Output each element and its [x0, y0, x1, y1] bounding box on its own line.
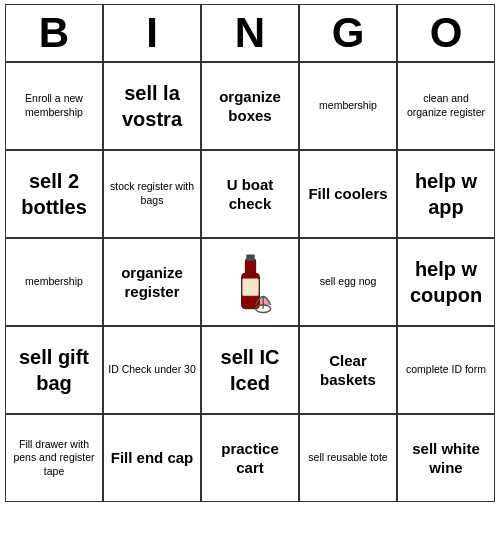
- svg-rect-1: [245, 259, 255, 276]
- bingo-cell-2-1: organize register: [103, 238, 201, 326]
- bingo-cell-0-4: clean and organize register: [397, 62, 495, 150]
- svg-rect-3: [242, 278, 258, 295]
- bingo-cell-1-1: stock register with bags: [103, 150, 201, 238]
- bingo-cell-3-0: sell gift bag: [5, 326, 103, 414]
- bingo-cell-1-0: sell 2 bottles: [5, 150, 103, 238]
- bingo-cell-2-2: [201, 238, 299, 326]
- bingo-letter-o: O: [397, 4, 495, 62]
- bingo-cell-3-3: Clear baskets: [299, 326, 397, 414]
- bingo-cell-4-0: Fill drawer with pens and register tape: [5, 414, 103, 502]
- bingo-letter-g: G: [299, 4, 397, 62]
- bingo-card: BINGO Enroll a new membershipsell la vos…: [5, 4, 495, 502]
- bingo-cell-0-3: membership: [299, 62, 397, 150]
- bingo-cell-1-4: help w app: [397, 150, 495, 238]
- bingo-cell-0-1: sell la vostra: [103, 62, 201, 150]
- bingo-cell-3-1: ID Check under 30: [103, 326, 201, 414]
- bingo-cell-4-1: Fill end cap: [103, 414, 201, 502]
- bingo-cell-1-2: U boat check: [201, 150, 299, 238]
- bingo-cell-3-2: sell IC Iced: [201, 326, 299, 414]
- svg-rect-2: [246, 254, 254, 261]
- bingo-cell-1-3: Fill coolers: [299, 150, 397, 238]
- bingo-header: BINGO: [5, 4, 495, 62]
- bingo-grid: Enroll a new membershipsell la vostraorg…: [5, 62, 495, 502]
- bingo-letter-n: N: [201, 4, 299, 62]
- bingo-cell-4-4: sell white wine: [397, 414, 495, 502]
- bingo-letter-i: I: [103, 4, 201, 62]
- bingo-cell-3-4: complete ID form: [397, 326, 495, 414]
- bingo-cell-0-2: organize boxes: [201, 62, 299, 150]
- bingo-cell-4-2: practice cart: [201, 414, 299, 502]
- bingo-letter-b: B: [5, 4, 103, 62]
- bingo-cell-2-3: sell egg nog: [299, 238, 397, 326]
- bingo-cell-2-4: help w coupon: [397, 238, 495, 326]
- bingo-cell-0-0: Enroll a new membership: [5, 62, 103, 150]
- bingo-cell-2-0: membership: [5, 238, 103, 326]
- bingo-cell-4-3: sell reusable tote: [299, 414, 397, 502]
